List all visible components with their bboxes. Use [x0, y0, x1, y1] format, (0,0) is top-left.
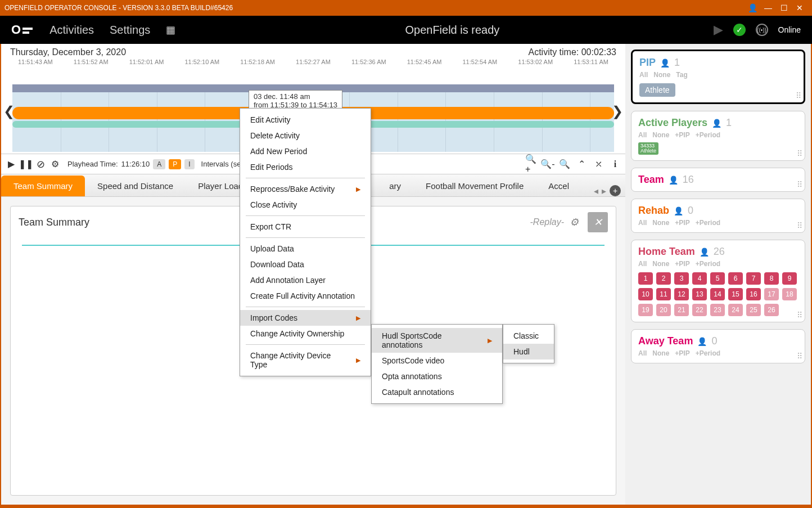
menu-item[interactable]: Import Codes▶	[240, 310, 371, 326]
menu-item[interactable]: SportsCode video	[372, 353, 502, 368]
online-label: Online	[778, 25, 801, 34]
card-pip[interactable]: PIP👤1 AllNoneTag Athlete ⠿	[631, 50, 805, 104]
mode-p-button[interactable]: P	[169, 159, 181, 169]
menu-item[interactable]: Reprocess/Bake Activity▶	[240, 181, 371, 197]
player-number[interactable]: 7	[746, 272, 761, 285]
maximize-icon[interactable]: ☐	[776, 3, 792, 12]
panel-settings-icon[interactable]: ⚙	[570, 216, 579, 228]
filter-none[interactable]: None	[653, 71, 670, 79]
player-number[interactable]: 4	[692, 272, 707, 285]
player-number[interactable]: 25	[746, 304, 761, 316]
player-number[interactable]: 5	[710, 272, 725, 285]
player-number[interactable]: 22	[692, 304, 707, 316]
player-number[interactable]: 21	[674, 304, 689, 316]
close-icon[interactable]: ✕	[792, 3, 808, 12]
menu-item[interactable]: Edit Activity	[240, 112, 371, 128]
menu-item[interactable]: Close Activity	[240, 197, 371, 213]
menu-item[interactable]: Create Full Activity Annotation	[240, 288, 371, 304]
tab-partial[interactable]: ary	[385, 176, 413, 196]
menu-item[interactable]: Add Annotation Layer	[240, 272, 371, 288]
user-icon[interactable]: 👤	[745, 3, 760, 12]
player-number[interactable]: 24	[728, 304, 743, 316]
nav-apps-icon[interactable]: ▦	[166, 24, 175, 36]
athlete-pill[interactable]: Athlete	[639, 83, 675, 97]
replay-label: -Replay-	[530, 217, 564, 227]
settings-cog-icon[interactable]: ⚙	[49, 159, 61, 170]
player-number[interactable]: 16	[746, 288, 761, 300]
app-logo: O	[11, 23, 33, 37]
card-rehab[interactable]: Rehab👤0 AllNone+PIP+Period ⠿	[631, 199, 805, 233]
filter-tag[interactable]: Tag	[676, 71, 687, 79]
player-number[interactable]: 13	[692, 288, 707, 300]
collapse-up-icon[interactable]: ⌃	[576, 159, 587, 170]
menu-item[interactable]: Export CTR	[240, 219, 371, 235]
tab-speed-distance[interactable]: Speed and Distance	[85, 176, 186, 196]
menu-item[interactable]: Change Activity Ownership	[240, 326, 371, 341]
player-number[interactable]: 12	[674, 288, 689, 300]
menu-item[interactable]: Classic	[503, 328, 554, 344]
tab-team-summary[interactable]: Team Summary	[1, 176, 85, 196]
player-number[interactable]: 18	[782, 288, 797, 300]
pause-button[interactable]: ❚❚	[20, 159, 31, 170]
drag-handle-icon[interactable]: ⠿	[796, 91, 800, 100]
player-number[interactable]: 23	[710, 304, 725, 316]
window-title: OPENFIELD OPERATOR CONSOLE - VERSION 3.3…	[4, 4, 233, 12]
card-team[interactable]: Team👤16 ⠿	[631, 168, 805, 192]
filter-all[interactable]: All	[639, 71, 648, 79]
player-number[interactable]: 15	[728, 288, 743, 300]
card-away-team[interactable]: Away Team👤0 AllNone+PIP+Period ⠿	[631, 329, 805, 363]
panel-close-button[interactable]: ✕	[588, 212, 608, 232]
mode-a-button[interactable]: A	[153, 159, 165, 169]
menu-item[interactable]: Hudl SportsCode annotations▶	[372, 328, 502, 353]
context-menu[interactable]: Edit ActivityDelete ActivityAdd New Peri…	[240, 108, 371, 376]
menu-item[interactable]: Opta annotations	[372, 368, 502, 384]
player-number[interactable]: 14	[710, 288, 725, 300]
card-active-players[interactable]: Active Players👤1 AllNone+PIP+Period 3433…	[631, 111, 805, 161]
tab-football-movement[interactable]: Football Movement Profile	[413, 176, 536, 196]
zoom-fit-icon[interactable]: 🔍	[559, 159, 570, 170]
athlete-badge[interactable]: 34333Athlete	[638, 142, 658, 155]
tab-accel[interactable]: Accel	[536, 176, 581, 196]
nav-settings[interactable]: Settings	[110, 24, 150, 37]
menu-item[interactable]: Upload Data	[240, 241, 371, 257]
player-number[interactable]: 19	[638, 304, 653, 316]
player-number[interactable]: 3	[674, 272, 689, 285]
menu-item[interactable]: Edit Periods	[240, 159, 371, 175]
menu-item[interactable]: Delete Activity	[240, 128, 371, 143]
player-number[interactable]: 20	[656, 304, 671, 316]
status-text: OpenField is ready	[191, 24, 713, 37]
play-button[interactable]: ▶	[6, 159, 17, 170]
zoom-in-icon[interactable]: 🔍+	[525, 159, 536, 170]
card-home-team[interactable]: Home Team👤26 AllNone+PIP+Period 12345678…	[631, 240, 805, 322]
window-titlebar: OPENFIELD OPERATOR CONSOLE - VERSION 3.3…	[0, 0, 812, 16]
activity-time: Activity time: 00:02:33	[528, 47, 616, 57]
player-number[interactable]: 6	[728, 272, 743, 285]
tab-prev-icon[interactable]: ◂	[594, 186, 598, 196]
menu-item[interactable]: Download Data	[240, 257, 371, 272]
menu-item[interactable]: Change Activity Device Type▶	[240, 348, 371, 372]
menu-item[interactable]: Hudl	[503, 344, 554, 359]
tab-next-icon[interactable]: ▸	[602, 186, 606, 196]
context-submenu-hudl[interactable]: ClassicHudl	[503, 324, 554, 363]
mode-i-button[interactable]: I	[184, 159, 194, 169]
player-number[interactable]: 11	[656, 288, 671, 300]
context-submenu-import[interactable]: Hudl SportsCode annotations▶SportsCode v…	[371, 324, 503, 404]
player-number[interactable]: 10	[638, 288, 653, 300]
player-number[interactable]: 1	[638, 272, 653, 285]
add-tab-button[interactable]: +	[610, 185, 621, 196]
player-number[interactable]: 9	[782, 272, 797, 285]
zoom-out-icon[interactable]: 🔍-	[542, 159, 553, 170]
player-number[interactable]: 26	[764, 304, 779, 316]
player-number[interactable]: 8	[764, 272, 779, 285]
nav-activities[interactable]: Activities	[49, 24, 94, 37]
player-number[interactable]: 17	[764, 288, 779, 300]
compress-icon[interactable]: ⤫	[593, 159, 604, 170]
menu-item[interactable]: Catapult annotations	[372, 384, 502, 400]
player-number[interactable]: 2	[656, 272, 671, 285]
person-icon: 👤	[660, 59, 670, 68]
menu-item[interactable]: Add New Period	[240, 143, 371, 159]
minimize-icon[interactable]: —	[760, 3, 776, 12]
stop-button[interactable]: ⊘	[35, 159, 46, 170]
play-icon[interactable]: ▶	[714, 23, 723, 37]
info-icon[interactable]: i	[610, 159, 621, 170]
